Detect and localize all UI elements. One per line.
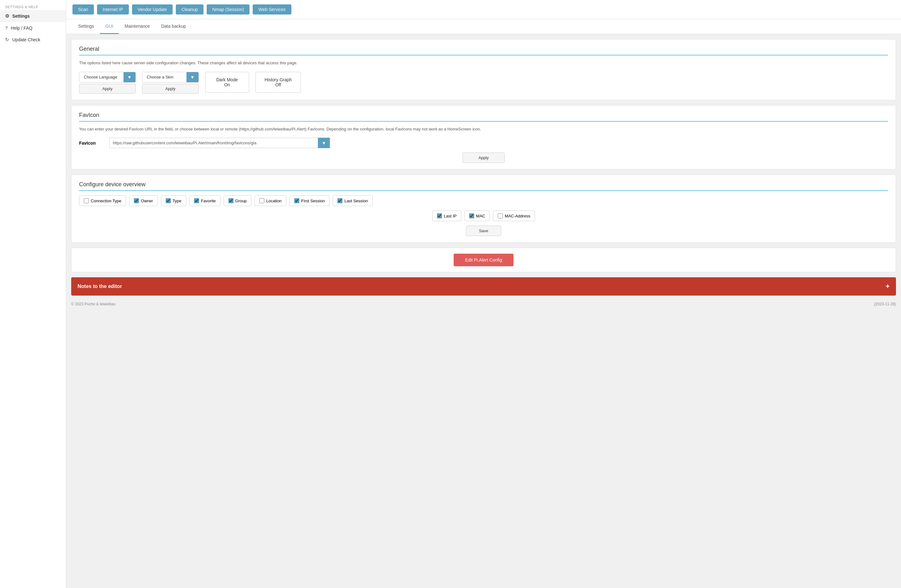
sidebar-item-update[interactable]: ↻ Update Check bbox=[0, 34, 66, 46]
favicon-section: FavIcon You can enter your desired FavIc… bbox=[71, 105, 896, 170]
dark-mode-line2: On bbox=[214, 82, 240, 87]
checkbox-first-session-input[interactable] bbox=[294, 198, 299, 203]
footer-right: (2023-11-28) bbox=[874, 302, 896, 306]
web-services-button[interactable]: Web Services bbox=[253, 5, 291, 14]
checkbox-first-session-label: First Session bbox=[301, 198, 325, 203]
language-apply-button[interactable]: Apply bbox=[79, 84, 136, 94]
general-title: General bbox=[79, 46, 888, 55]
checkbox-mac-address[interactable]: MAC-Address bbox=[493, 211, 535, 221]
tab-settings[interactable]: Settings bbox=[72, 19, 100, 34]
dark-mode-toggle[interactable]: Dark Mode On bbox=[205, 72, 249, 93]
checkbox-last-session[interactable]: Last Session bbox=[333, 195, 373, 206]
checkbox-mac-address-input[interactable] bbox=[498, 213, 503, 218]
tabs: Settings GUI Maintenance Data backup bbox=[66, 19, 901, 34]
checkbox-mac-address-label: MAC-Address bbox=[505, 214, 530, 218]
edit-config-row: Edit Pi.Alert Config bbox=[71, 248, 896, 272]
tab-maintenance[interactable]: Maintenance bbox=[119, 19, 155, 34]
sidebar-item-help-label: Help / FAQ bbox=[11, 25, 32, 31]
notes-title: Notes to the editor bbox=[78, 284, 122, 289]
sidebar: SETTINGS & HELP ⚙ Settings ? Help / FAQ … bbox=[0, 0, 66, 588]
notes-plus-icon: + bbox=[885, 282, 890, 290]
checkbox-owner[interactable]: Owner bbox=[129, 195, 157, 206]
cleanup-button[interactable]: Cleanup bbox=[176, 5, 204, 14]
checkbox-last-ip-label: Last IP bbox=[444, 214, 457, 218]
configure-title: Configure device overview bbox=[79, 181, 888, 191]
general-options-row: Choose Language ▼ Apply Choose a Skin ▼ … bbox=[79, 72, 888, 94]
checkbox-connection-type[interactable]: Connection Type bbox=[79, 195, 126, 206]
checkbox-owner-input[interactable] bbox=[134, 198, 139, 203]
favicon-label: FavIcon bbox=[79, 140, 104, 146]
dark-mode-line1: Dark Mode bbox=[214, 77, 240, 82]
checkbox-favorite-input[interactable] bbox=[194, 198, 199, 203]
skin-dropdown-text: Choose a Skin bbox=[142, 72, 187, 82]
footer-left: © 2023 Puche & leiweibau bbox=[71, 302, 115, 306]
save-button[interactable]: Save bbox=[466, 226, 501, 236]
scan-button[interactable]: Scan bbox=[72, 5, 94, 14]
checkbox-favorite-label: Favorite bbox=[201, 198, 216, 203]
save-row: Save bbox=[79, 226, 888, 236]
question-icon: ? bbox=[5, 25, 8, 31]
checkbox-group[interactable]: Group bbox=[224, 195, 251, 206]
checkbox-last-ip-input[interactable] bbox=[437, 213, 442, 218]
sidebar-item-update-label: Update Check bbox=[12, 37, 41, 42]
notes-section[interactable]: Notes to the editor + bbox=[71, 277, 896, 296]
checkbox-last-session-label: Last Session bbox=[344, 198, 368, 203]
checkbox-mac-label: MAC bbox=[476, 214, 485, 218]
tab-data-backup[interactable]: Data backup bbox=[156, 19, 192, 34]
edit-config-button[interactable]: Edit Pi.Alert Config bbox=[454, 254, 513, 266]
general-section: General The options listed here cause se… bbox=[71, 39, 896, 100]
checkbox-location-label: Location bbox=[266, 198, 282, 203]
checkbox-row-2: Last IP MAC MAC-Address bbox=[79, 211, 888, 221]
checkbox-mac[interactable]: MAC bbox=[465, 211, 490, 221]
favicon-row: FavIcon ▼ bbox=[79, 138, 888, 148]
dark-mode-group: Dark Mode On bbox=[205, 72, 249, 93]
favicon-input-row: ▼ bbox=[109, 138, 330, 148]
checkbox-owner-label: Owner bbox=[141, 198, 153, 203]
sidebar-item-settings-label: Settings bbox=[12, 14, 30, 19]
checkbox-last-ip[interactable]: Last IP bbox=[432, 211, 461, 221]
skin-dropdown-row: Choose a Skin ▼ bbox=[142, 72, 199, 83]
checkbox-location[interactable]: Location bbox=[254, 195, 286, 206]
sidebar-item-help[interactable]: ? Help / FAQ bbox=[0, 22, 66, 34]
internet-ip-button[interactable]: Internet IP bbox=[97, 5, 129, 14]
checkbox-favorite[interactable]: Favorite bbox=[189, 195, 221, 206]
favicon-input[interactable] bbox=[109, 138, 318, 148]
gear-icon: ⚙ bbox=[5, 13, 9, 19]
tab-gui[interactable]: GUI bbox=[100, 19, 119, 34]
checkbox-first-session[interactable]: First Session bbox=[290, 195, 329, 206]
language-dropdown-btn[interactable]: ▼ bbox=[123, 72, 136, 82]
history-graph-group: History Graph Off bbox=[256, 72, 301, 93]
skin-apply-button[interactable]: Apply bbox=[142, 84, 199, 94]
vendor-update-button[interactable]: Vendor Update bbox=[132, 5, 173, 14]
favicon-title: FavIcon bbox=[79, 112, 888, 122]
language-group: Choose Language ▼ Apply bbox=[79, 72, 136, 94]
checkbox-row-1: Connection Type Owner Type Favorite Grou… bbox=[79, 195, 888, 206]
sidebar-section-label: SETTINGS & HELP bbox=[0, 3, 66, 10]
configure-section: Configure device overview Connection Typ… bbox=[71, 175, 896, 243]
favicon-dropdown-btn[interactable]: ▼ bbox=[318, 138, 330, 148]
checkbox-connection-type-label: Connection Type bbox=[91, 198, 121, 203]
checkbox-mac-input[interactable] bbox=[469, 213, 474, 218]
toolbar: Scan Internet IP Vendor Update Cleanup N… bbox=[66, 0, 901, 19]
checkbox-location-input[interactable] bbox=[259, 198, 264, 203]
sidebar-item-settings[interactable]: ⚙ Settings bbox=[0, 10, 66, 22]
favicon-apply-button[interactable]: Apply bbox=[463, 153, 505, 163]
history-graph-line1: History Graph bbox=[265, 77, 292, 82]
history-graph-line2: Off bbox=[265, 82, 292, 87]
favicon-apply-center: Apply bbox=[79, 153, 888, 163]
checkbox-type-label: Type bbox=[173, 198, 181, 203]
checkbox-group-label: Group bbox=[235, 198, 247, 203]
main-content: Scan Internet IP Vendor Update Cleanup N… bbox=[66, 0, 901, 588]
checkbox-group-input[interactable] bbox=[228, 198, 234, 203]
checkbox-type-input[interactable] bbox=[166, 198, 171, 203]
language-dropdown-text: Choose Language bbox=[80, 72, 123, 82]
content-area: General The options listed here cause se… bbox=[66, 34, 901, 588]
favicon-description: You can enter your desired FavIcon URL i… bbox=[79, 126, 888, 133]
history-graph-toggle[interactable]: History Graph Off bbox=[256, 72, 301, 93]
checkbox-last-session-input[interactable] bbox=[337, 198, 343, 203]
refresh-icon: ↻ bbox=[5, 37, 9, 42]
checkbox-connection-type-input[interactable] bbox=[84, 198, 89, 203]
nmap-session-button[interactable]: Nmap (Session) bbox=[207, 5, 249, 14]
skin-dropdown-btn[interactable]: ▼ bbox=[187, 72, 198, 82]
checkbox-type[interactable]: Type bbox=[161, 195, 186, 206]
